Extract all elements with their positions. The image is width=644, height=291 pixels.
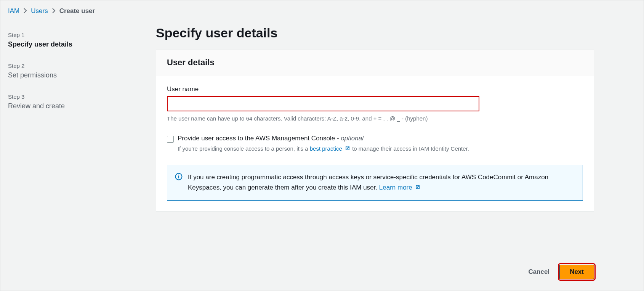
wizard-step-1[interactable]: Step 1 Specify user details	[8, 26, 136, 57]
checkbox-content: Provide user access to the AWS Managemen…	[178, 135, 469, 154]
panel-body: User name The user name can have up to 6…	[156, 76, 594, 211]
info-text: If you are creating programmatic access …	[188, 174, 548, 191]
step-title: Review and create	[8, 102, 136, 110]
checkbox-label: Provide user access to the AWS Managemen…	[178, 135, 469, 142]
wizard-steps-sidebar: Step 1 Specify user details Step 2 Set p…	[0, 23, 145, 253]
best-practice-link[interactable]: best practice	[310, 145, 351, 152]
username-label: User name	[167, 85, 583, 93]
external-link-icon	[415, 183, 421, 193]
page-title: Specify user details	[156, 23, 594, 50]
info-box: If you are creating programmatic access …	[167, 165, 583, 201]
console-access-checkbox[interactable]	[167, 136, 174, 143]
breadcrumb-link-users[interactable]: Users	[31, 7, 48, 15]
user-details-panel: User details User name The user name can…	[156, 50, 594, 212]
checkbox-desc-suffix: to manage their access in IAM Identity C…	[351, 145, 469, 152]
panel-header: User details	[156, 50, 594, 76]
main-layout: Step 1 Specify user details Step 2 Set p…	[0, 19, 644, 253]
checkbox-desc-prefix: If you're providing console access to a …	[178, 145, 310, 152]
step-label: Step 2	[8, 63, 136, 69]
console-access-checkbox-row: Provide user access to the AWS Managemen…	[167, 135, 583, 154]
step-label: Step 3	[8, 93, 136, 100]
info-icon	[175, 173, 183, 193]
step-title: Set permissions	[8, 71, 136, 79]
username-input[interactable]	[167, 96, 479, 111]
next-button[interactable]: Next	[559, 265, 594, 279]
chevron-right-icon	[23, 8, 27, 14]
cancel-button[interactable]: Cancel	[527, 265, 551, 279]
wizard-footer: Cancel Next	[0, 253, 644, 291]
external-link-icon	[344, 145, 351, 154]
svg-rect-2	[178, 176, 179, 178]
main-content: Specify user details User details User n…	[145, 23, 644, 253]
checkbox-label-optional: optional	[341, 135, 364, 142]
wizard-step-3[interactable]: Step 3 Review and create	[8, 88, 136, 119]
app-frame: IAM Users Create user Step 1 Specify use…	[0, 0, 644, 291]
svg-point-1	[178, 174, 179, 175]
step-title: Specify user details	[8, 40, 136, 48]
wizard-step-2[interactable]: Step 2 Set permissions	[8, 57, 136, 88]
panel-title: User details	[167, 58, 583, 68]
breadcrumb-link-iam[interactable]: IAM	[8, 7, 19, 15]
info-text-container: If you are creating programmatic access …	[188, 172, 575, 193]
checkbox-label-main: Provide user access to the AWS Managemen…	[178, 135, 341, 142]
breadcrumb: IAM Users Create user	[0, 0, 644, 19]
step-label: Step 1	[8, 32, 136, 38]
username-hint: The user name can have up to 64 characte…	[167, 115, 583, 122]
checkbox-description: If you're providing console access to a …	[178, 145, 469, 154]
chevron-right-icon	[52, 8, 56, 14]
breadcrumb-current: Create user	[59, 7, 95, 15]
learn-more-link[interactable]: Learn more	[379, 184, 421, 191]
